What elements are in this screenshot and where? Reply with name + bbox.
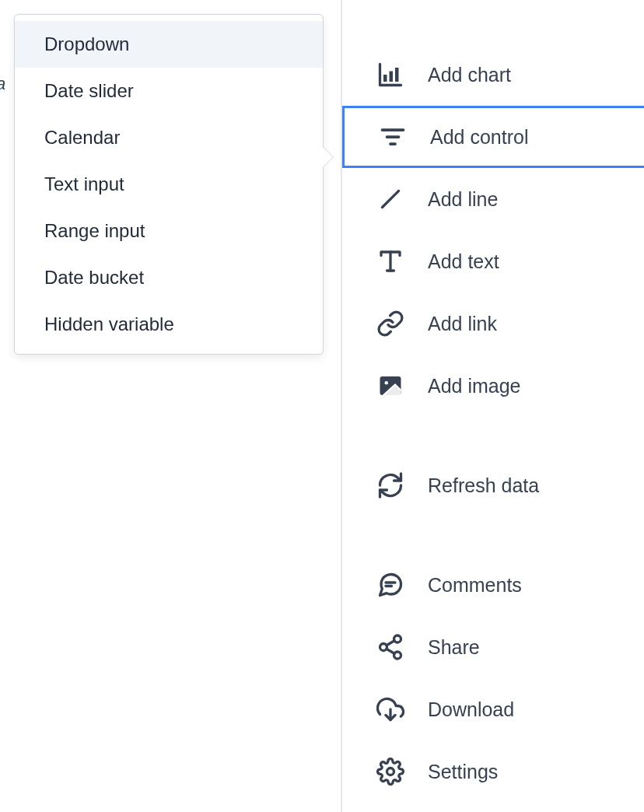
- svg-line-16: [387, 649, 394, 653]
- svg-rect-0: [383, 75, 387, 82]
- sidebar-item-label: Settings: [428, 761, 498, 783]
- sidebar-item-label: Add text: [428, 250, 499, 273]
- sidebar-item-refresh-data[interactable]: Refresh data: [342, 454, 644, 516]
- sidebar: Add chart Add control Add line: [341, 0, 644, 812]
- popup-item-label: Calendar: [44, 127, 120, 149]
- filter-icon: [379, 123, 407, 151]
- svg-rect-1: [390, 72, 394, 82]
- svg-line-17: [387, 641, 394, 646]
- svg-point-10: [385, 381, 389, 385]
- popup-item-calendar[interactable]: Calendar: [15, 114, 323, 161]
- sidebar-item-label: Comments: [428, 574, 522, 597]
- popup-item-range-input[interactable]: Range input: [15, 208, 323, 254]
- popup-item-dropdown[interactable]: Dropdown: [15, 21, 323, 68]
- svg-point-19: [387, 768, 394, 775]
- sidebar-item-label: Add chart: [428, 64, 511, 86]
- sidebar-item-label: Share: [428, 636, 480, 659]
- popup-caret: [323, 147, 333, 167]
- sidebar-item-add-image[interactable]: Add image: [342, 355, 644, 417]
- popup-item-hidden-variable[interactable]: Hidden variable: [15, 301, 323, 348]
- refresh-icon: [376, 471, 404, 499]
- sidebar-item-comments[interactable]: Comments: [342, 554, 644, 616]
- popup-item-date-bucket[interactable]: Date bucket: [15, 254, 323, 301]
- sidebar-item-add-link[interactable]: Add link: [342, 292, 644, 355]
- link-icon: [376, 310, 404, 338]
- chart-icon: [376, 61, 404, 89]
- sidebar-item-label: Add control: [430, 126, 528, 149]
- sidebar-item-label: Add link: [428, 313, 497, 335]
- sidebar-item-label: Download: [428, 698, 514, 721]
- settings-icon: [376, 758, 404, 786]
- control-type-popup: Dropdown Date slider Calendar Text input…: [14, 14, 324, 355]
- popup-item-label: Text input: [44, 173, 124, 195]
- svg-rect-2: [395, 68, 399, 82]
- sidebar-item-share[interactable]: Share: [342, 616, 644, 678]
- share-icon: [376, 633, 404, 661]
- svg-line-6: [383, 191, 399, 208]
- sidebar-item-add-text[interactable]: Add text: [342, 230, 644, 292]
- text-icon: [376, 247, 404, 275]
- sidebar-item-add-line[interactable]: Add line: [342, 168, 644, 230]
- popup-item-label: Range input: [44, 220, 145, 242]
- popup-item-label: Hidden variable: [44, 313, 174, 335]
- sidebar-item-label: Add image: [428, 375, 521, 397]
- sidebar-item-settings[interactable]: Settings: [342, 740, 644, 803]
- background-text: a: [0, 74, 5, 94]
- sidebar-item-add-control[interactable]: Add control: [342, 106, 644, 168]
- image-icon: [376, 372, 404, 400]
- popup-item-label: Dropdown: [44, 33, 129, 55]
- popup-item-label: Date slider: [44, 80, 134, 102]
- popup-item-date-slider[interactable]: Date slider: [15, 68, 323, 114]
- popup-item-text-input[interactable]: Text input: [15, 161, 323, 208]
- sidebar-group-refresh: Refresh data: [342, 454, 644, 516]
- sidebar-item-label: Refresh data: [428, 474, 539, 497]
- sidebar-group-misc: Comments Share D: [342, 554, 644, 803]
- sidebar-item-label: Add line: [428, 188, 498, 211]
- sidebar-group-add: Add chart Add control Add line: [342, 44, 644, 417]
- sidebar-item-add-chart[interactable]: Add chart: [342, 44, 644, 106]
- comment-icon: [376, 571, 404, 599]
- sidebar-item-download[interactable]: Download: [342, 678, 644, 740]
- line-icon: [376, 185, 404, 213]
- popup-item-label: Date bucket: [44, 267, 144, 289]
- download-icon: [376, 695, 404, 723]
